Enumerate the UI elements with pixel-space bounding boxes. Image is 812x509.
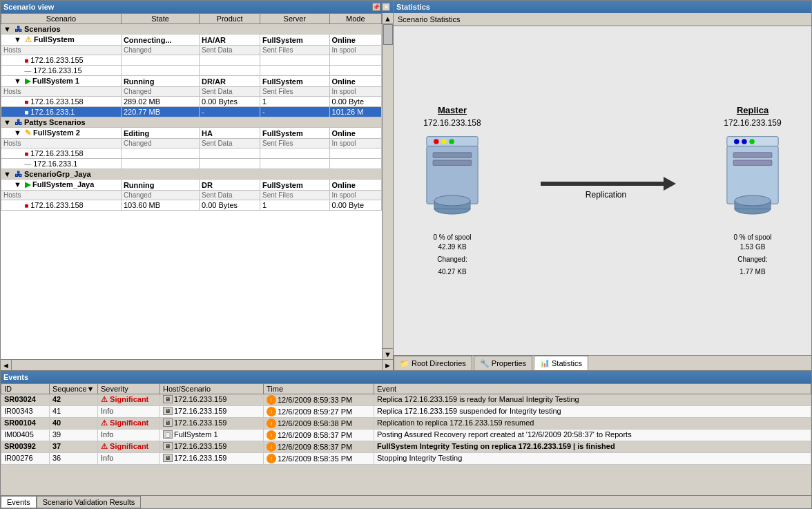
stats-titlebar: Statistics <box>394 1 811 13</box>
expand-fsjaya[interactable]: ▼ <box>14 180 21 189</box>
col-sequence[interactable]: Sequence▼ <box>50 384 98 394</box>
tab-root-directories[interactable]: 📁 Root Directories <box>394 356 472 370</box>
event-text-2: Replication to replica 172.16.233.159 re… <box>374 418 811 430</box>
master-changed-size: 40.27 KB <box>433 267 471 277</box>
scenario-fullsystem1[interactable]: ▼ ▶ FullSystem 1 Running DR/AR FullSyste… <box>1 76 382 87</box>
folder-icon: 📁 <box>400 359 409 368</box>
event-time-0: ! 12/6/2009 8:59:33 PM <box>264 394 374 406</box>
event-row-sr00392[interactable]: SR00392 37 ⚠ Significant 🖥 172.16.233.15… <box>1 441 811 453</box>
host-sentfiles-158: 1 <box>260 97 330 107</box>
replica-ip: 172.16.233.159 <box>724 118 781 128</box>
host-changed-jaya: 103.60 MB <box>121 200 199 211</box>
expand-jaya[interactable]: ▼ <box>3 170 11 178</box>
tab-statistics[interactable]: 📊 Statistics <box>534 356 588 370</box>
host-row-1-highlighted[interactable]: ■ 172.16.233.1 220.77 MB - - 101.26 M <box>1 107 382 117</box>
col-event[interactable]: Event <box>374 384 811 394</box>
scenario-server-fs2: FullSystem <box>262 129 303 137</box>
tab-properties[interactable]: 🔧 Properties <box>474 356 532 370</box>
event-row-ir00276[interactable]: IR00276 36 Info 🖥 172.16.233.159 ! <box>1 453 811 465</box>
col-host[interactable]: Host/Scenario <box>160 384 264 394</box>
svg-rect-16 <box>733 160 772 165</box>
tab-scenario-validation[interactable]: Scenario Validation Results <box>37 496 142 508</box>
group-pattys[interactable]: ▼ 🖧 Pattys Scenarios <box>1 117 382 128</box>
hscroll-right-btn[interactable]: ► <box>382 360 393 370</box>
vscroll-up-btn[interactable]: ▲ <box>383 13 393 24</box>
event-row-im00405[interactable]: IM00405 39 Info 📋 FullSystem 1 ! <box>1 430 811 441</box>
scenario-scroll-content[interactable]: Scenario State Product Server Mode <box>1 13 382 359</box>
event-host-1: 🖥 172.16.233.159 <box>160 406 264 418</box>
group-jaya[interactable]: ▼ 🖧 ScenarioGrp_Jaya <box>1 169 382 180</box>
host-sentfiles-155 <box>260 55 330 66</box>
vscroll-track[interactable] <box>383 24 393 348</box>
pin-button[interactable]: 📌 <box>372 3 380 11</box>
host-ip-155: 172.16.233.155 <box>30 56 83 64</box>
host-icon-2: 🖥 <box>163 419 173 427</box>
hscrollbar[interactable]: ◄ ► <box>1 359 393 370</box>
host-row-155[interactable]: ■ 172.16.233.155 <box>1 55 382 66</box>
scenario-mode-fs1: Online <box>332 77 356 86</box>
scenario-fs-jaya[interactable]: ▼ ▶ FullSystem_Jaya Running DR FullSyste… <box>1 180 382 191</box>
col-severity[interactable]: Severity <box>98 384 160 394</box>
group-label-scenarios: Scenarios <box>24 25 61 33</box>
expand-pattys[interactable]: ▼ <box>3 118 11 126</box>
host-header-fullsystem: HostsChangedSent DataSent FilesIn spool <box>1 46 382 55</box>
statistics-panel: Statistics Scenario Statistics Master 17… <box>394 0 812 371</box>
event-row-sr03024[interactable]: SR03024 42 ⚠ Significant 🖥 172.16.233.15… <box>1 394 811 406</box>
svg-rect-5 <box>433 152 472 157</box>
vscroll-thumb[interactable] <box>383 24 393 45</box>
host-row-158b[interactable]: ■ 172.16.233.158 <box>1 148 382 159</box>
expand-fullsystem1[interactable]: ▼ <box>14 77 21 85</box>
group-label-pattys: Pattys Scenarios <box>24 118 86 126</box>
event-sev-2: ⚠ Significant <box>98 418 160 430</box>
host-header-fs2: HostsChangedSent DataSent FilesIn spool <box>1 139 382 148</box>
host-row-1b[interactable]: — 172.16.233.1 <box>1 159 382 169</box>
scenario-fullsystem2[interactable]: ▼ ✎ FullSystem 2 Editing HA FullSystem O… <box>1 128 382 139</box>
event-sev-5: Info <box>98 453 160 465</box>
host-icon-jaya-158: ■ <box>24 202 28 209</box>
replication-label: Replication <box>586 190 626 200</box>
events-scroll[interactable]: ID Sequence▼ Severity Host/Scenario Time… <box>1 383 811 495</box>
col-time[interactable]: Time <box>264 384 374 394</box>
host-sentdata-155 <box>200 55 260 66</box>
scenario-fullsystem[interactable]: ▼ ⚠ FullSystem Connecting... HA/AR FullS… <box>1 35 382 46</box>
event-row-ir00343[interactable]: IR00343 41 Info 🖥 172.16.233.159 ! <box>1 406 811 418</box>
event-seq-5: 36 <box>50 453 98 465</box>
col-id[interactable]: ID <box>1 384 50 394</box>
event-time-3: ! 12/6/2009 8:58:37 PM <box>264 430 374 441</box>
host-ip-158: 172.16.233.158 <box>30 97 83 106</box>
host-row-15[interactable]: — 172.16.233.15 <box>1 66 382 76</box>
event-id-2: SR00104 <box>4 419 36 427</box>
close-button[interactable]: ✕ <box>382 3 390 11</box>
replica-block: Replica 172.16.233.159 <box>708 105 798 277</box>
event-text-1: Replica 172.16.233.159 suspended for Int… <box>374 406 811 418</box>
hscroll-track[interactable] <box>12 360 382 370</box>
host-row-jaya-158[interactable]: ■ 172.16.233.158 103.60 MB 0.00 Bytes 1 … <box>1 200 382 211</box>
event-row-sr00104[interactable]: SR00104 40 ⚠ Significant 🖥 172.16.233.15… <box>1 418 811 430</box>
master-stats: 0 % of spool 42.39 KB Changed: 40.27 KB <box>433 233 471 277</box>
expand-fs2[interactable]: ▼ <box>14 128 21 137</box>
replica-server-svg <box>715 133 791 223</box>
expand-scenarios[interactable]: ▼ <box>3 25 11 33</box>
host-icon-0: 🖥 <box>163 395 173 403</box>
host-ip-15: 172.16.233.15 <box>33 66 81 75</box>
svg-point-3 <box>449 139 454 144</box>
host-icon-3: 📋 <box>163 430 173 439</box>
host-sentfiles-jaya: 1 <box>260 200 330 211</box>
group-scenarios[interactable]: ▼ 🖧 Scenarios <box>1 24 382 35</box>
host-row-158[interactable]: ■ 172.16.233.158 289.02 MB 0.00 Bytes 1 … <box>1 97 382 107</box>
event-seq-4: 37 <box>52 442 61 450</box>
scenario-name-fullsystem: FullSystem <box>34 35 75 44</box>
scenario-vscrollbar[interactable]: ▲ ▼ <box>382 13 393 359</box>
tab-events[interactable]: Events <box>1 496 37 508</box>
group-icon-jaya: 🖧 <box>14 170 22 178</box>
event-time-4: ! 12/6/2009 8:58:37 PM <box>264 441 374 453</box>
expand-fullsystem[interactable]: ▼ <box>14 35 21 44</box>
host-inspool-155 <box>329 55 381 66</box>
vscroll-down-btn[interactable]: ▼ <box>383 348 393 359</box>
event-text-5: Stopping Integrity Testing <box>374 453 811 465</box>
svg-rect-15 <box>733 152 772 157</box>
hscroll-left-btn[interactable]: ◄ <box>1 360 12 370</box>
host-icon-5: 🖥 <box>163 454 173 462</box>
scenario-with-scroll: Scenario State Product Server Mode <box>1 13 393 359</box>
host-inspool-1: 101.26 M <box>329 107 381 117</box>
